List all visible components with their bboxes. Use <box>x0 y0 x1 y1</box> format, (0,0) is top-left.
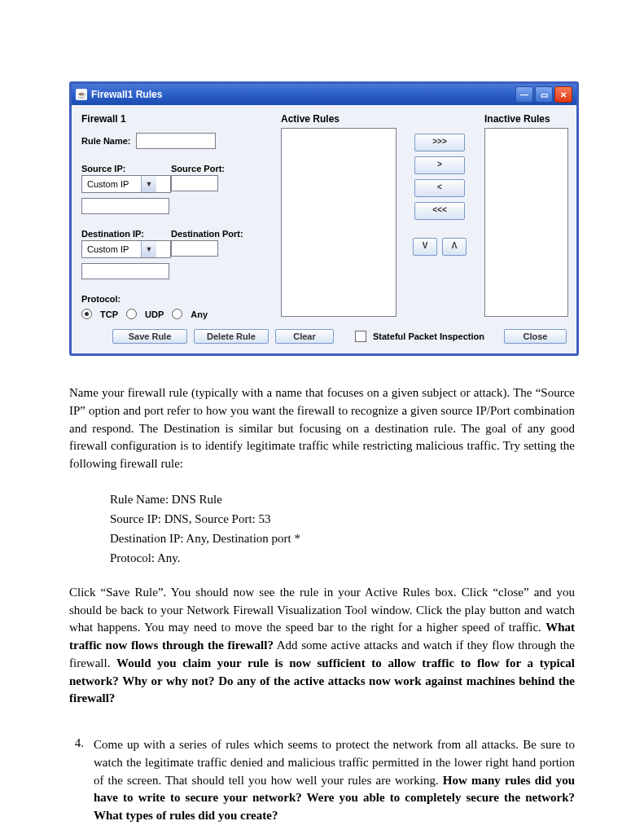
move-up-button[interactable]: Λ <box>442 238 467 256</box>
maximize-button[interactable]: ▭ <box>535 86 553 103</box>
example-protocol: Protocol: Any. <box>110 548 575 568</box>
protocol-any-radio[interactable] <box>172 309 182 319</box>
p2-question-2: Would you claim your rule is now suffici… <box>69 656 575 705</box>
protocol-udp-label: UDP <box>145 309 164 319</box>
protocol-tcp-radio[interactable] <box>81 309 92 319</box>
close-button[interactable]: Close <box>504 329 567 344</box>
dest-port-label: Destination Port: <box>171 229 269 239</box>
dest-ip-label: Destination IP: <box>81 229 171 239</box>
spi-label: Stateful Packet Inspection <box>373 331 484 341</box>
window-title: Firewall1 Rules <box>91 89 162 100</box>
example-dest: Destination IP: Any, Destination port * <box>110 529 575 548</box>
firewall-rules-dialog: ☕ Firewall1 Rules — ▭ ✕ Firewall 1 Rule … <box>69 81 579 356</box>
minimize-button[interactable]: — <box>515 86 533 103</box>
firewall-heading: Firewall 1 <box>81 113 269 125</box>
spi-checkbox[interactable] <box>355 331 366 342</box>
example-rule-block: Rule Name: DNS Rule Source IP: DNS, Sour… <box>110 489 575 568</box>
question-4-number: 4. <box>69 736 84 825</box>
protocol-tcp-label: TCP <box>100 309 118 319</box>
source-ip-combo[interactable]: Custom IP ▼ <box>81 175 171 193</box>
source-ip-custom-input[interactable] <box>81 198 169 214</box>
protocol-any-label: Any <box>191 309 208 319</box>
example-source: Source IP: DNS, Source Port: 53 <box>110 509 575 529</box>
java-icon: ☕ <box>76 89 87 100</box>
example-rule-name: Rule Name: DNS Rule <box>110 489 575 509</box>
move-all-right-button[interactable]: >>> <box>414 134 465 151</box>
chevron-down-icon[interactable]: ▼ <box>141 241 156 257</box>
active-rules-heading: Active Rules <box>281 113 395 125</box>
protocol-label: Protocol: <box>81 294 269 304</box>
dest-ip-value: Custom IP <box>82 244 141 254</box>
source-ip-value: Custom IP <box>82 179 141 189</box>
paragraph-2: Click “Save Rule”. You should now see th… <box>69 584 575 708</box>
move-left-button[interactable]: < <box>414 179 465 197</box>
source-ip-label: Source IP: <box>81 164 171 173</box>
rule-name-label: Rule Name: <box>81 136 131 146</box>
active-rules-list[interactable] <box>281 128 396 317</box>
close-window-button[interactable]: ✕ <box>554 86 572 103</box>
rule-name-input[interactable] <box>136 133 216 149</box>
dest-port-input[interactable] <box>171 240 218 257</box>
clear-button[interactable]: Clear <box>275 329 334 344</box>
p2-text-a: Click “Save Rule”. You should now see th… <box>69 586 575 634</box>
titlebar[interactable]: ☕ Firewall1 Rules — ▭ ✕ <box>72 84 576 105</box>
dest-ip-custom-input[interactable] <box>81 263 169 279</box>
inactive-rules-heading: Inactive Rules <box>484 113 567 125</box>
dest-ip-combo[interactable]: Custom IP ▼ <box>81 240 171 258</box>
source-port-label: Source Port: <box>171 164 269 173</box>
paragraph-1: Name your firewall rule (typically with … <box>69 384 575 473</box>
chevron-down-icon[interactable]: ▼ <box>141 176 156 192</box>
delete-rule-button[interactable]: Delete Rule <box>194 329 269 344</box>
protocol-udp-radio[interactable] <box>126 309 137 319</box>
inactive-rules-list[interactable] <box>484 128 568 317</box>
question-4: 4. Come up with a series of rules which … <box>69 736 575 825</box>
move-down-button[interactable]: V <box>413 238 437 256</box>
move-all-left-button[interactable]: <<< <box>414 202 465 220</box>
source-port-input[interactable] <box>171 175 218 191</box>
save-rule-button[interactable]: Save Rule <box>112 329 187 344</box>
move-right-button[interactable]: > <box>414 156 465 174</box>
